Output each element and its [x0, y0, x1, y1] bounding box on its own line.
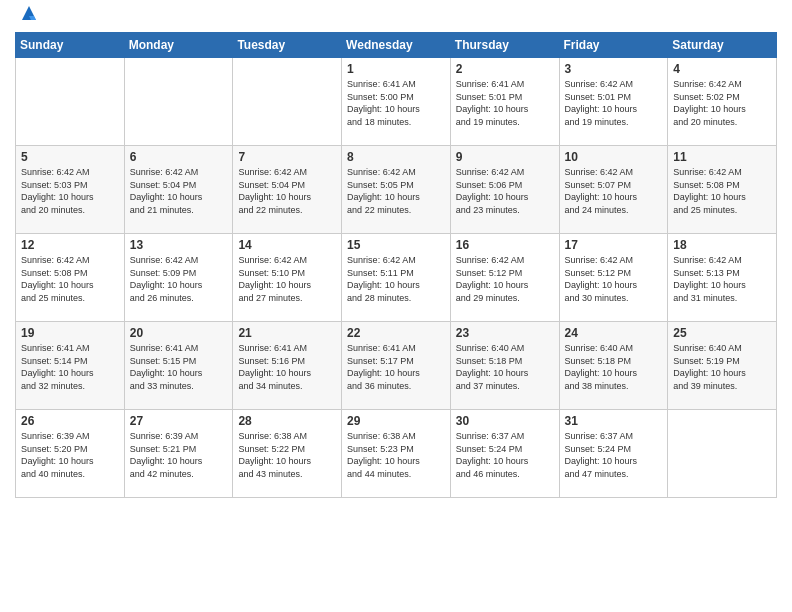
- calendar-cell: 18Sunrise: 6:42 AM Sunset: 5:13 PM Dayli…: [668, 234, 777, 322]
- calendar-cell: 2Sunrise: 6:41 AM Sunset: 5:01 PM Daylig…: [450, 58, 559, 146]
- day-info: Sunrise: 6:39 AM Sunset: 5:20 PM Dayligh…: [21, 430, 119, 480]
- day-info: Sunrise: 6:42 AM Sunset: 5:04 PM Dayligh…: [130, 166, 228, 216]
- calendar-cell: 1Sunrise: 6:41 AM Sunset: 5:00 PM Daylig…: [342, 58, 451, 146]
- day-number: 5: [21, 150, 119, 164]
- day-number: 27: [130, 414, 228, 428]
- day-info: Sunrise: 6:41 AM Sunset: 5:01 PM Dayligh…: [456, 78, 554, 128]
- day-number: 28: [238, 414, 336, 428]
- calendar-cell: 29Sunrise: 6:38 AM Sunset: 5:23 PM Dayli…: [342, 410, 451, 498]
- day-number: 21: [238, 326, 336, 340]
- calendar-cell: 17Sunrise: 6:42 AM Sunset: 5:12 PM Dayli…: [559, 234, 668, 322]
- calendar-cell: 19Sunrise: 6:41 AM Sunset: 5:14 PM Dayli…: [16, 322, 125, 410]
- day-number: 19: [21, 326, 119, 340]
- day-info: Sunrise: 6:38 AM Sunset: 5:23 PM Dayligh…: [347, 430, 445, 480]
- day-info: Sunrise: 6:42 AM Sunset: 5:08 PM Dayligh…: [673, 166, 771, 216]
- calendar-week-row: 5Sunrise: 6:42 AM Sunset: 5:03 PM Daylig…: [16, 146, 777, 234]
- day-number: 23: [456, 326, 554, 340]
- weekday-header: Thursday: [450, 33, 559, 58]
- day-info: Sunrise: 6:38 AM Sunset: 5:22 PM Dayligh…: [238, 430, 336, 480]
- calendar-cell: 27Sunrise: 6:39 AM Sunset: 5:21 PM Dayli…: [124, 410, 233, 498]
- day-info: Sunrise: 6:42 AM Sunset: 5:12 PM Dayligh…: [565, 254, 663, 304]
- day-number: 31: [565, 414, 663, 428]
- calendar-cell: 7Sunrise: 6:42 AM Sunset: 5:04 PM Daylig…: [233, 146, 342, 234]
- calendar-cell: 12Sunrise: 6:42 AM Sunset: 5:08 PM Dayli…: [16, 234, 125, 322]
- weekday-header: Tuesday: [233, 33, 342, 58]
- calendar-cell: 4Sunrise: 6:42 AM Sunset: 5:02 PM Daylig…: [668, 58, 777, 146]
- calendar-week-row: 12Sunrise: 6:42 AM Sunset: 5:08 PM Dayli…: [16, 234, 777, 322]
- calendar-cell: 23Sunrise: 6:40 AM Sunset: 5:18 PM Dayli…: [450, 322, 559, 410]
- day-number: 3: [565, 62, 663, 76]
- calendar-cell: 26Sunrise: 6:39 AM Sunset: 5:20 PM Dayli…: [16, 410, 125, 498]
- logo: [15, 10, 40, 24]
- calendar-cell: 15Sunrise: 6:42 AM Sunset: 5:11 PM Dayli…: [342, 234, 451, 322]
- calendar-cell: [16, 58, 125, 146]
- day-number: 7: [238, 150, 336, 164]
- day-number: 18: [673, 238, 771, 252]
- calendar-week-row: 26Sunrise: 6:39 AM Sunset: 5:20 PM Dayli…: [16, 410, 777, 498]
- day-number: 11: [673, 150, 771, 164]
- calendar-week-row: 1Sunrise: 6:41 AM Sunset: 5:00 PM Daylig…: [16, 58, 777, 146]
- header: [15, 10, 777, 24]
- calendar-cell: 13Sunrise: 6:42 AM Sunset: 5:09 PM Dayli…: [124, 234, 233, 322]
- day-number: 24: [565, 326, 663, 340]
- day-number: 9: [456, 150, 554, 164]
- day-number: 2: [456, 62, 554, 76]
- calendar-cell: 5Sunrise: 6:42 AM Sunset: 5:03 PM Daylig…: [16, 146, 125, 234]
- calendar-cell: [124, 58, 233, 146]
- day-info: Sunrise: 6:42 AM Sunset: 5:02 PM Dayligh…: [673, 78, 771, 128]
- calendar-cell: 9Sunrise: 6:42 AM Sunset: 5:06 PM Daylig…: [450, 146, 559, 234]
- day-number: 15: [347, 238, 445, 252]
- calendar-cell: 21Sunrise: 6:41 AM Sunset: 5:16 PM Dayli…: [233, 322, 342, 410]
- day-info: Sunrise: 6:42 AM Sunset: 5:10 PM Dayligh…: [238, 254, 336, 304]
- weekday-header: Friday: [559, 33, 668, 58]
- day-info: Sunrise: 6:41 AM Sunset: 5:16 PM Dayligh…: [238, 342, 336, 392]
- weekday-header-row: SundayMondayTuesdayWednesdayThursdayFrid…: [16, 33, 777, 58]
- day-number: 22: [347, 326, 445, 340]
- calendar-cell: 8Sunrise: 6:42 AM Sunset: 5:05 PM Daylig…: [342, 146, 451, 234]
- day-number: 13: [130, 238, 228, 252]
- day-info: Sunrise: 6:42 AM Sunset: 5:04 PM Dayligh…: [238, 166, 336, 216]
- calendar-cell: 30Sunrise: 6:37 AM Sunset: 5:24 PM Dayli…: [450, 410, 559, 498]
- calendar-cell: [668, 410, 777, 498]
- day-info: Sunrise: 6:42 AM Sunset: 5:11 PM Dayligh…: [347, 254, 445, 304]
- day-info: Sunrise: 6:42 AM Sunset: 5:05 PM Dayligh…: [347, 166, 445, 216]
- day-info: Sunrise: 6:42 AM Sunset: 5:01 PM Dayligh…: [565, 78, 663, 128]
- calendar-cell: 16Sunrise: 6:42 AM Sunset: 5:12 PM Dayli…: [450, 234, 559, 322]
- day-number: 8: [347, 150, 445, 164]
- day-info: Sunrise: 6:42 AM Sunset: 5:03 PM Dayligh…: [21, 166, 119, 216]
- day-number: 4: [673, 62, 771, 76]
- calendar-cell: 22Sunrise: 6:41 AM Sunset: 5:17 PM Dayli…: [342, 322, 451, 410]
- day-number: 26: [21, 414, 119, 428]
- day-number: 14: [238, 238, 336, 252]
- day-info: Sunrise: 6:42 AM Sunset: 5:06 PM Dayligh…: [456, 166, 554, 216]
- day-number: 16: [456, 238, 554, 252]
- calendar-cell: 20Sunrise: 6:41 AM Sunset: 5:15 PM Dayli…: [124, 322, 233, 410]
- calendar-cell: 31Sunrise: 6:37 AM Sunset: 5:24 PM Dayli…: [559, 410, 668, 498]
- calendar-cell: 6Sunrise: 6:42 AM Sunset: 5:04 PM Daylig…: [124, 146, 233, 234]
- page: SundayMondayTuesdayWednesdayThursdayFrid…: [0, 0, 792, 612]
- calendar-cell: [233, 58, 342, 146]
- calendar-cell: 11Sunrise: 6:42 AM Sunset: 5:08 PM Dayli…: [668, 146, 777, 234]
- day-info: Sunrise: 6:41 AM Sunset: 5:15 PM Dayligh…: [130, 342, 228, 392]
- weekday-header: Wednesday: [342, 33, 451, 58]
- day-info: Sunrise: 6:42 AM Sunset: 5:13 PM Dayligh…: [673, 254, 771, 304]
- day-info: Sunrise: 6:41 AM Sunset: 5:17 PM Dayligh…: [347, 342, 445, 392]
- weekday-header: Saturday: [668, 33, 777, 58]
- day-info: Sunrise: 6:42 AM Sunset: 5:08 PM Dayligh…: [21, 254, 119, 304]
- day-info: Sunrise: 6:37 AM Sunset: 5:24 PM Dayligh…: [456, 430, 554, 480]
- day-info: Sunrise: 6:42 AM Sunset: 5:07 PM Dayligh…: [565, 166, 663, 216]
- day-number: 1: [347, 62, 445, 76]
- day-info: Sunrise: 6:41 AM Sunset: 5:00 PM Dayligh…: [347, 78, 445, 128]
- day-info: Sunrise: 6:40 AM Sunset: 5:18 PM Dayligh…: [456, 342, 554, 392]
- day-number: 17: [565, 238, 663, 252]
- day-info: Sunrise: 6:41 AM Sunset: 5:14 PM Dayligh…: [21, 342, 119, 392]
- calendar-cell: 24Sunrise: 6:40 AM Sunset: 5:18 PM Dayli…: [559, 322, 668, 410]
- day-number: 29: [347, 414, 445, 428]
- day-number: 30: [456, 414, 554, 428]
- calendar-cell: 28Sunrise: 6:38 AM Sunset: 5:22 PM Dayli…: [233, 410, 342, 498]
- day-info: Sunrise: 6:37 AM Sunset: 5:24 PM Dayligh…: [565, 430, 663, 480]
- weekday-header: Sunday: [16, 33, 125, 58]
- day-info: Sunrise: 6:42 AM Sunset: 5:12 PM Dayligh…: [456, 254, 554, 304]
- logo-icon: [18, 2, 40, 24]
- day-number: 6: [130, 150, 228, 164]
